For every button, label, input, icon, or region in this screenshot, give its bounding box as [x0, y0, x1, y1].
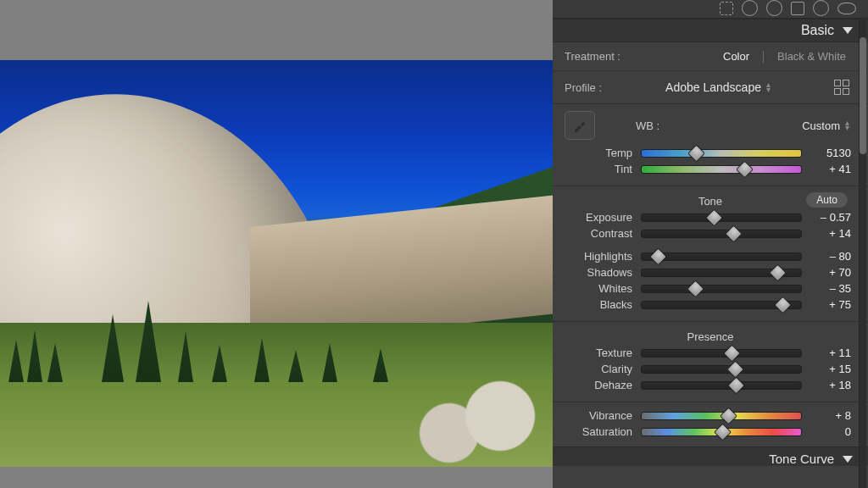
highlights-value[interactable]: – 80 — [805, 250, 851, 263]
preview-image[interactable] — [0, 60, 555, 467]
tool-strip — [553, 0, 868, 19]
profile-browser-icon[interactable] — [834, 80, 849, 95]
updown-icon: ▴▾ — [766, 82, 771, 92]
slider-thumb[interactable] — [726, 360, 743, 378]
clarity-label: Clarity — [565, 363, 637, 375]
white-balance-group: WB : Custom ▴▾ Temp 5130 Tint + 41 — [553, 104, 868, 186]
tint-label: Tint — [565, 163, 637, 175]
whites-label: Whites — [565, 282, 637, 295]
vibrance-value[interactable]: + 8 — [805, 409, 851, 422]
slider-thumb[interactable] — [687, 144, 705, 162]
slider-thumb[interactable] — [713, 423, 731, 441]
presence-title: Presence — [553, 325, 868, 345]
highlights-label: Highlights — [565, 250, 637, 263]
slider-thumb[interactable] — [723, 344, 741, 362]
eyedropper-icon — [571, 117, 588, 134]
wb-mode-dropdown[interactable]: Custom ▴▾ — [802, 119, 849, 132]
basic-title: Basic — [801, 23, 834, 38]
slider-thumb[interactable] — [725, 225, 743, 242]
collapse-icon — [843, 27, 853, 34]
tone-group-header: Tone Auto — [553, 190, 868, 209]
brush-tool-icon[interactable] — [837, 3, 856, 14]
shadows-value[interactable]: + 70 — [805, 266, 851, 279]
tone-curve-panel-header[interactable]: Tone Curve — [553, 446, 868, 466]
profile-row: Profile : Adobe Landscape ▴▾ — [553, 71, 868, 104]
tint-value[interactable]: + 41 — [805, 163, 851, 175]
exposure-label: Exposure — [565, 211, 637, 224]
collapse-icon — [843, 456, 853, 463]
slider-thumb[interactable] — [720, 407, 737, 424]
slider-thumb[interactable] — [774, 296, 792, 313]
panel-scrollbar-thumb[interactable] — [860, 37, 866, 154]
temp-slider[interactable] — [641, 149, 802, 158]
contrast-label: Contrast — [565, 227, 637, 240]
temp-label: Temp — [565, 147, 637, 159]
shadows-label: Shadows — [565, 266, 637, 279]
treatment-row: Treatment : Color Black & White — [553, 42, 868, 71]
blacks-value[interactable]: + 75 — [805, 298, 851, 311]
spot-tool-icon[interactable] — [742, 0, 758, 16]
temp-value[interactable]: 5130 — [805, 147, 851, 159]
saturation-label: Saturation — [565, 425, 637, 438]
basic-panel-header[interactable]: Basic — [553, 19, 868, 42]
tone-curve-title: Tone Curve — [769, 452, 834, 466]
shadows-slider[interactable] — [641, 269, 802, 277]
texture-label: Texture — [565, 347, 637, 359]
contrast-value[interactable]: + 14 — [805, 227, 851, 240]
tint-slider[interactable] — [641, 165, 802, 174]
radial-tool-icon[interactable] — [813, 0, 829, 16]
highlights-slider[interactable] — [641, 252, 802, 261]
temp-slider-row: Temp 5130 — [553, 145, 868, 161]
profile-label: Profile : — [565, 81, 602, 94]
exposure-value[interactable]: – 0.57 — [805, 211, 851, 224]
vibrance-saturation-group: Vibrance+ 8 Saturation0 — [553, 402, 868, 446]
dehaze-value[interactable]: + 18 — [805, 379, 851, 391]
separator — [763, 51, 764, 63]
crop-tool-icon[interactable] — [720, 2, 733, 15]
blacks-slider[interactable] — [641, 301, 802, 309]
contrast-slider[interactable] — [641, 230, 802, 238]
blacks-label: Blacks — [565, 298, 637, 311]
vibrance-label: Vibrance — [565, 409, 637, 422]
graduated-tool-icon[interactable] — [791, 2, 804, 15]
vibrance-slider[interactable] — [641, 412, 802, 420]
slider-thumb[interactable] — [686, 280, 704, 297]
presence-group: Presence Texture+ 11 Clarity+ 15 Dehaze+… — [553, 322, 868, 402]
wb-dropper-tool[interactable] — [565, 111, 595, 140]
exposure-slider[interactable] — [641, 214, 802, 222]
slider-thumb[interactable] — [705, 208, 723, 226]
dehaze-label: Dehaze — [565, 379, 637, 391]
develop-panel: Basic Treatment : Color Black & White Pr… — [553, 0, 868, 488]
slider-thumb[interactable] — [736, 160, 754, 178]
redeye-tool-icon[interactable] — [766, 0, 782, 16]
wb-label: WB : — [636, 119, 659, 132]
auto-tone-button[interactable]: Auto — [806, 192, 848, 208]
tone-title: Tone — [698, 195, 722, 208]
treatment-label: Treatment : — [565, 50, 620, 63]
treatment-bw[interactable]: Black & White — [777, 50, 846, 63]
treatment-color[interactable]: Color — [723, 50, 749, 63]
texture-value[interactable]: + 11 — [805, 347, 851, 359]
wb-mode: Custom — [802, 119, 840, 132]
updown-icon: ▴▾ — [845, 120, 849, 130]
dehaze-slider[interactable] — [641, 381, 802, 390]
clarity-slider[interactable] — [641, 365, 802, 374]
saturation-value[interactable]: 0 — [805, 425, 851, 438]
profile-dropdown[interactable]: Adobe Landscape ▴▾ — [665, 80, 771, 94]
slider-thumb[interactable] — [769, 263, 787, 281]
slider-thumb[interactable] — [649, 247, 667, 265]
clarity-value[interactable]: + 15 — [805, 363, 851, 375]
whites-value[interactable]: – 35 — [805, 282, 851, 295]
profile-value: Adobe Landscape — [665, 80, 761, 94]
texture-slider[interactable] — [641, 349, 802, 358]
slider-thumb[interactable] — [727, 376, 745, 394]
panel-scroll: Basic Treatment : Color Black & White Pr… — [553, 19, 868, 488]
tint-slider-row: Tint + 41 — [553, 161, 868, 177]
whites-slider[interactable] — [641, 285, 802, 293]
canvas-area — [0, 0, 553, 488]
tone-group: Tone Auto Exposure– 0.57 Contrast+ 14 Hi… — [553, 186, 868, 322]
saturation-slider[interactable] — [641, 428, 802, 436]
